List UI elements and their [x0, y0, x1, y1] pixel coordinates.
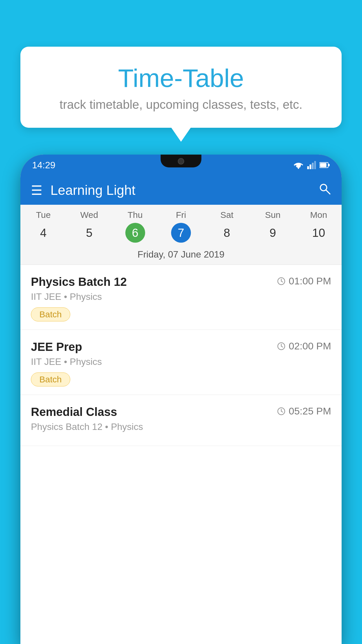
clock-icon: [277, 277, 286, 286]
week-days-row: Tue4Wed5Thu6Fri7Sat8Sun9Mon10: [20, 205, 342, 245]
schedule-item-title: JEE Prep: [31, 340, 82, 354]
day-name-label: Fri: [158, 210, 204, 220]
day-column[interactable]: Thu6: [112, 210, 158, 243]
day-number-label: 6: [125, 223, 145, 243]
phone-frame: 14:29: [20, 155, 342, 644]
svg-rect-6: [320, 163, 326, 167]
day-name-label: Sat: [204, 210, 250, 220]
day-number-label: 5: [79, 223, 99, 243]
day-name-label: Sun: [250, 210, 296, 220]
day-column[interactable]: Fri7: [158, 210, 204, 243]
status-icons: [293, 161, 330, 169]
menu-button[interactable]: ☰: [31, 183, 42, 198]
svg-line-8: [326, 190, 330, 194]
day-column[interactable]: Sun9: [250, 210, 296, 243]
schedule-item[interactable]: JEE Prep02:00 PMIIT JEE • PhysicsBatch: [20, 330, 342, 395]
schedule-item-title: Remedial Class: [31, 405, 117, 419]
wifi-icon: [293, 161, 304, 169]
phone-screen: 14:29: [20, 155, 342, 644]
day-number-label: 7: [171, 223, 191, 243]
bubble-title: Time-Table: [38, 64, 324, 92]
day-column[interactable]: Tue4: [20, 210, 66, 243]
front-camera: [178, 158, 184, 164]
status-time: 14:29: [32, 160, 55, 171]
clock-icon: [277, 342, 286, 351]
bubble-subtitle: track timetable, upcoming classes, tests…: [38, 98, 324, 112]
day-number-label: 8: [217, 223, 237, 243]
svg-line-11: [281, 281, 283, 282]
schedule-item[interactable]: Remedial Class05:25 PMPhysics Batch 12 •…: [20, 395, 342, 446]
batch-badge: Batch: [31, 307, 70, 321]
schedule-item-subtitle: IIT JEE • Physics: [31, 291, 331, 302]
schedule-item-subtitle: Physics Batch 12 • Physics: [31, 421, 331, 432]
svg-point-7: [320, 184, 327, 191]
svg-line-14: [281, 346, 283, 347]
signal-icon: [307, 161, 316, 169]
day-number-label: 4: [34, 223, 53, 243]
speech-bubble: Time-Table track timetable, upcoming cla…: [20, 47, 342, 128]
svg-rect-1: [310, 164, 311, 169]
clock-icon: [277, 407, 286, 416]
day-column[interactable]: Mon10: [296, 210, 342, 243]
schedule-item-title: Physics Batch 12: [31, 275, 127, 288]
day-number-label: 10: [309, 223, 328, 243]
svg-rect-2: [312, 163, 314, 169]
day-name-label: Tue: [20, 210, 66, 220]
day-name-label: Mon: [296, 210, 342, 220]
notch: [161, 155, 201, 167]
schedule-item-subtitle: IIT JEE • Physics: [31, 356, 331, 367]
day-column[interactable]: Sat8: [204, 210, 250, 243]
battery-icon: [319, 162, 330, 168]
day-name-label: Wed: [66, 210, 112, 220]
schedule-item-time-text: 05:25 PM: [289, 405, 331, 417]
schedule-item-time-text: 01:00 PM: [289, 275, 331, 287]
schedule-item-time-text: 02:00 PM: [289, 340, 331, 352]
schedule-list: Physics Batch 1201:00 PMIIT JEE • Physic…: [20, 265, 342, 446]
batch-badge: Batch: [31, 372, 70, 386]
calendar-section: Tue4Wed5Thu6Fri7Sat8Sun9Mon10 Friday, 07…: [20, 205, 342, 265]
app-bar: ☰ Learning Light: [20, 176, 342, 205]
day-name-label: Thu: [112, 210, 158, 220]
svg-line-17: [281, 411, 283, 412]
selected-date-label: Friday, 07 June 2019: [20, 245, 342, 265]
search-button[interactable]: [318, 182, 331, 198]
schedule-item[interactable]: Physics Batch 1201:00 PMIIT JEE • Physic…: [20, 265, 342, 330]
svg-rect-3: [314, 161, 316, 169]
status-bar: 14:29: [20, 155, 342, 176]
svg-rect-0: [307, 166, 309, 169]
svg-rect-5: [328, 164, 330, 166]
day-column[interactable]: Wed5: [66, 210, 112, 243]
day-number-label: 9: [263, 223, 283, 243]
app-title: Learning Light: [50, 182, 318, 198]
